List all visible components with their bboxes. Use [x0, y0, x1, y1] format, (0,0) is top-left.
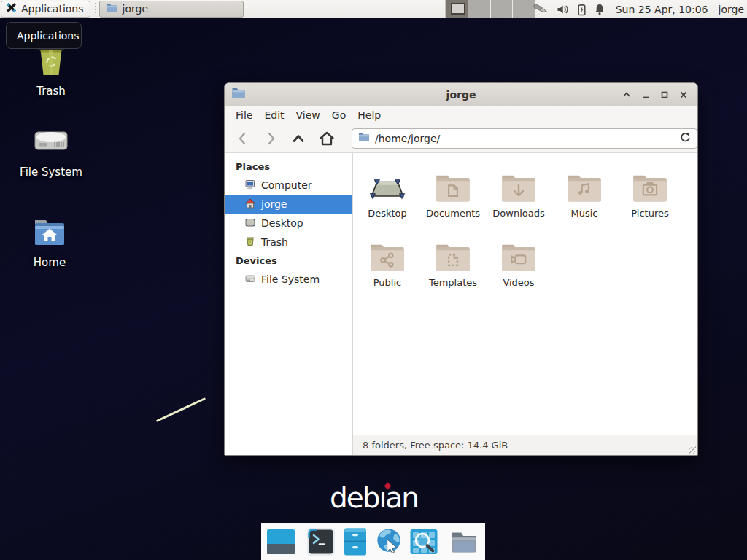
xfce-menu-icon: [6, 2, 17, 15]
applications-menu-label: Applications: [21, 3, 84, 15]
statusbar-text: 8 folders, Free space: 14.4 GiB: [363, 440, 508, 451]
up-icon[interactable]: [290, 130, 306, 147]
sidebar-item-desktop[interactable]: Desktop: [225, 214, 352, 233]
bell-icon[interactable]: [594, 3, 605, 16]
application-finder-icon[interactable]: [409, 527, 438, 556]
file-item-videos[interactable]: Videos: [486, 233, 551, 300]
clock[interactable]: Sun 25 Apr, 10:06: [616, 4, 708, 15]
sidebar: Places Computer jorge Desktop: [225, 153, 353, 455]
menu-edit[interactable]: Edit: [264, 109, 284, 121]
stylus-cursor: [156, 397, 206, 422]
workspace-window-outline: [451, 3, 465, 15]
documents-folder-icon: [434, 163, 472, 204]
forward-icon[interactable]: [263, 130, 279, 147]
address-bar[interactable]: /home/jorge/: [352, 128, 697, 149]
file-item-documents[interactable]: Documents: [420, 163, 486, 230]
file-item-templates[interactable]: Templates: [420, 233, 486, 300]
desktop-icon-label: Home: [34, 256, 66, 269]
public-folder-icon: [368, 233, 406, 273]
dock-panel: [261, 523, 485, 560]
shade-icon[interactable]: [622, 90, 632, 100]
templates-folder-icon: [434, 233, 472, 273]
file-item-downloads[interactable]: Downloads: [486, 163, 551, 230]
toolbar: /home/jorge/: [225, 124, 697, 153]
file-item-desktop[interactable]: Desktop: [355, 163, 420, 230]
workspace-switcher[interactable]: [445, 0, 535, 18]
downloads-folder-icon: [500, 163, 538, 204]
workspace-1[interactable]: [446, 0, 468, 18]
home-folder-icon: [32, 217, 67, 251]
menu-view[interactable]: View: [296, 109, 320, 121]
maximize-icon[interactable]: [659, 90, 670, 100]
sidebar-devices-header: Devices: [225, 252, 352, 270]
menu-go[interactable]: Go: [332, 109, 346, 121]
sidebar-item-label: File System: [261, 273, 320, 285]
dock-folder-icon[interactable]: [449, 527, 479, 556]
titlebar[interactable]: jorge: [225, 83, 697, 106]
sidebar-item-computer[interactable]: Computer: [225, 176, 352, 195]
menu-help[interactable]: Help: [357, 109, 381, 121]
desktop-icon-filesystem[interactable]: File System: [11, 125, 91, 179]
stylus-icon[interactable]: [532, 2, 549, 16]
reload-icon[interactable]: [679, 131, 691, 145]
file-manager-icon[interactable]: [341, 527, 370, 556]
address-path[interactable]: /home/jorge/: [375, 133, 674, 144]
file-view[interactable]: Desktop Documents Downloads: [353, 153, 697, 455]
debian-logo: debıan: [330, 481, 418, 514]
applications-tooltip: Applications: [6, 22, 82, 49]
desktop-surface-icon: [368, 163, 406, 204]
file-item-label: Music: [571, 208, 598, 219]
sidebar-item-trash[interactable]: Trash: [225, 233, 352, 252]
file-item-label: Public: [374, 277, 401, 288]
close-icon[interactable]: [678, 90, 689, 100]
taskbar-window-label: jorge: [123, 3, 148, 15]
file-item-pictures[interactable]: Pictures: [617, 163, 683, 230]
music-folder-icon: [565, 163, 603, 204]
videos-folder-icon: [500, 233, 538, 273]
web-browser-icon[interactable]: [375, 527, 404, 556]
computer-icon: [244, 179, 256, 192]
system-tray: [532, 2, 605, 16]
file-item-music[interactable]: Music: [551, 163, 617, 230]
back-icon[interactable]: [235, 130, 251, 147]
desktop-icon-home[interactable]: Home: [9, 217, 90, 269]
sidebar-item-jorge[interactable]: jorge: [225, 195, 352, 214]
sidebar-item-filesystem[interactable]: File System: [225, 270, 352, 289]
dock-separator: [301, 527, 301, 556]
address-folder-icon: [358, 132, 370, 144]
trash-small-icon: [244, 236, 256, 249]
tooltip-text: Applications: [17, 30, 80, 42]
taskbar-window-button[interactable]: jorge: [99, 1, 244, 18]
workspace-3[interactable]: [491, 0, 514, 18]
file-item-label: Downloads: [492, 208, 544, 219]
minimize-icon[interactable]: [640, 90, 651, 100]
folder-icon: [106, 3, 117, 15]
desktop-icon: [244, 217, 256, 230]
file-item-label: Desktop: [368, 208, 407, 219]
sidebar-item-label: Computer: [261, 179, 312, 191]
home-icon[interactable]: [318, 130, 336, 147]
file-item-public[interactable]: Public: [355, 233, 420, 300]
top-panel: Applications jorge Sun 25 Apr,: [0, 0, 747, 18]
file-manager-window: jorge File Edit View Go Help /home/jorge…: [224, 82, 698, 456]
drive-small-icon: [244, 273, 256, 287]
sidebar-item-label: Desktop: [261, 217, 303, 229]
terminal-icon[interactable]: [306, 527, 336, 556]
desktop-icon-label: File System: [20, 166, 82, 179]
volume-icon[interactable]: [556, 3, 570, 16]
menu-file[interactable]: File: [236, 109, 252, 121]
file-item-label: Templates: [429, 277, 477, 288]
panel-handle: [92, 2, 96, 15]
username[interactable]: jorge: [719, 4, 744, 15]
sidebar-item-label: Trash: [261, 236, 288, 248]
sidebar-places-header: Places: [225, 158, 352, 176]
statusbar: 8 folders, Free space: 14.4 GiB: [353, 435, 697, 455]
desktop-icon-label: Trash: [36, 85, 66, 98]
show-desktop-icon[interactable]: [266, 527, 295, 556]
file-item-label: Pictures: [631, 208, 668, 219]
menubar: File Edit View Go Help: [225, 106, 697, 124]
applications-menu-button[interactable]: Applications: [1, 1, 90, 18]
workspace-2[interactable]: [468, 0, 491, 18]
resize-grip[interactable]: [689, 446, 696, 454]
battery-icon[interactable]: [576, 3, 587, 16]
